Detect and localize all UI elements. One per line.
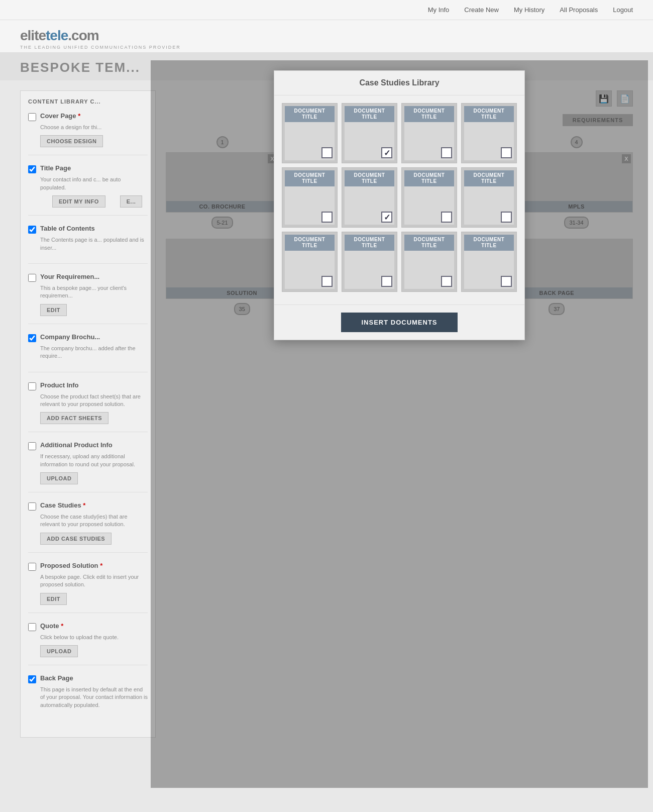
modal-doc-6-checkbox[interactable] [381, 212, 392, 223]
sidebar-item-title-page: Title Page Your contact info and c... be… [28, 164, 148, 216]
modal-doc-4-checkbox[interactable] [501, 147, 512, 158]
sidebar: CONTENT LIBRARY C... Cover Page * Choose… [20, 90, 156, 738]
requirements-edit-button[interactable]: EDIT [40, 304, 67, 316]
requirements-title: Your Requiremen... [40, 273, 99, 280]
modal-doc-2: DOCUMENT TITLE [342, 103, 397, 163]
quote-upload-button[interactable]: UPLOAD [40, 645, 78, 657]
quote-desc: Click below to upload the quote. [40, 634, 148, 641]
logo-elite: elite [20, 28, 46, 43]
sidebar-item-back-page: Back Page This page is inserted by defau… [28, 674, 148, 721]
nav-my-history[interactable]: My History [514, 6, 545, 14]
modal-doc-9: DOCUMENT TITLE [282, 232, 338, 292]
modal-doc-11-title: DOCUMENT TITLE [404, 235, 454, 251]
modal-doc-3-title: DOCUMENT TITLE [404, 106, 454, 122]
insert-documents-button[interactable]: INSERT DOCUMENTS [341, 313, 457, 332]
additional-product-title: Additional Product Info [40, 441, 113, 449]
modal-doc-3: DOCUMENT TITLE [401, 103, 457, 163]
cover-page-checkbox[interactable] [28, 113, 36, 121]
modal-doc-2-body [345, 122, 394, 160]
brochure-checkbox[interactable] [28, 334, 36, 342]
modal-doc-4-body [464, 122, 514, 160]
sidebar-item-header: Your Requiremen... [28, 273, 148, 282]
modal-doc-12-title: DOCUMENT TITLE [464, 235, 514, 251]
content-area: 💾 📄 REQUIREMENTS 1 2 3 4 X CO. BROCHURE … [166, 90, 633, 738]
toc-checkbox[interactable] [28, 226, 36, 234]
modal-doc-5-checkbox[interactable] [321, 212, 333, 223]
modal-doc-5: DOCUMENT TITLE [282, 167, 338, 228]
modal-doc-12: DOCUMENT TITLE [461, 232, 517, 292]
toc-desc: The Contents page is a... populated and … [40, 236, 148, 252]
sidebar-item-quote: Quote * Click below to upload the quote.… [28, 622, 148, 665]
cover-page-desc: Choose a design for thi... [40, 124, 148, 131]
modal-doc-6-title: DOCUMENT TITLE [345, 170, 394, 186]
additional-upload-button[interactable]: UPLOAD [40, 472, 78, 484]
sidebar-item-proposed-solution: Proposed Solution * A bespoke page. Clic… [28, 562, 148, 613]
modal-doc-8-title: DOCUMENT TITLE [464, 170, 514, 186]
add-fact-sheets-button[interactable]: ADD FACT SHEETS [40, 412, 108, 424]
logo: elitetele.com [20, 28, 633, 44]
sidebar-item-brochure: Company Brochu... The company brochu... … [28, 333, 148, 372]
modal-doc-9-checkbox[interactable] [321, 276, 333, 287]
title-page-title: Title Page [40, 164, 71, 172]
sidebar-item-header: Case Studies * [28, 501, 148, 511]
case-studies-desc: Choose the case study(ies) that are rele… [40, 513, 148, 529]
proposed-solution-checkbox[interactable] [28, 563, 36, 571]
back-page-desc: This page is inserted by default at the … [40, 686, 148, 709]
title-page-desc: Your contact info and c... be auto popul… [40, 176, 148, 191]
modal-doc-11: DOCUMENT TITLE [401, 232, 457, 292]
logo-tagline: THE LEADING UNIFIED COMMUNICATIONS PROVI… [20, 45, 633, 50]
modal-doc-1-title: DOCUMENT TITLE [285, 106, 335, 122]
modal-doc-9-body [285, 251, 335, 289]
modal-doc-3-checkbox[interactable] [441, 147, 452, 158]
modal-doc-9-title: DOCUMENT TITLE [285, 235, 335, 251]
add-case-studies-button[interactable]: ADD CASE STUDIES [40, 533, 112, 545]
title-page-checkbox[interactable] [28, 165, 36, 173]
modal-doc-11-checkbox[interactable] [441, 276, 452, 287]
modal-doc-10-title: DOCUMENT TITLE [345, 235, 394, 251]
choose-design-button[interactable]: CHOOSE DESIGN [40, 135, 103, 147]
logo-bar: elitetele.com THE LEADING UNIFIED COMMUN… [0, 20, 653, 52]
modal-doc-10-checkbox[interactable] [381, 276, 392, 287]
modal-doc-7-checkbox[interactable] [441, 212, 452, 223]
modal-doc-6-body [345, 186, 394, 225]
sidebar-item-header: Back Page [28, 674, 148, 683]
modal-footer: INSERT DOCUMENTS [274, 304, 524, 340]
modal-doc-2-checkbox[interactable] [381, 147, 392, 158]
additional-product-checkbox[interactable] [28, 442, 36, 450]
nav-all-proposals[interactable]: All Proposals [560, 6, 598, 14]
nav-my-info[interactable]: My Info [428, 6, 450, 14]
sidebar-item-header: Company Brochu... [28, 333, 148, 342]
modal-doc-7-title: DOCUMENT TITLE [404, 170, 454, 186]
product-info-checkbox[interactable] [28, 382, 36, 390]
modal-doc-8-checkbox[interactable] [501, 212, 512, 223]
sidebar-item-requirements: Your Requiremen... This a bespoke page..… [28, 273, 148, 324]
modal-doc-12-checkbox[interactable] [501, 276, 512, 287]
back-page-checkbox[interactable] [28, 675, 36, 683]
case-studies-checkbox[interactable] [28, 502, 36, 511]
sidebar-item-product-info: Product Info Choose the product fact she… [28, 381, 148, 433]
sidebar-item-toc: Table of Contents The Contents page is a… [28, 225, 148, 264]
modal-doc-4: DOCUMENT TITLE [461, 103, 517, 163]
modal-doc-12-body [464, 251, 514, 289]
proposed-solution-edit-button[interactable]: EDIT [40, 593, 67, 605]
product-info-desc: Choose the product fact sheet(s) that ar… [40, 393, 148, 409]
title-page-extra-button[interactable]: E... [120, 195, 143, 208]
modal-doc-1: DOCUMENT TITLE [282, 103, 338, 163]
modal-doc-7: DOCUMENT TITLE [401, 167, 457, 228]
quote-title: Quote * [40, 622, 63, 630]
modal-doc-8: DOCUMENT TITLE [461, 167, 517, 228]
quote-checkbox[interactable] [28, 623, 36, 631]
brochure-desc: The company brochu... added after the re… [40, 345, 148, 360]
back-page-title: Back Page [40, 674, 73, 682]
nav-logout[interactable]: Logout [613, 6, 633, 14]
proposed-solution-title: Proposed Solution * [40, 562, 102, 569]
modal-doc-4-title: DOCUMENT TITLE [464, 106, 514, 122]
sidebar-item-case-studies: Case Studies * Choose the case study(ies… [28, 501, 148, 553]
sidebar-item-header: Proposed Solution * [28, 562, 148, 571]
modal-doc-1-checkbox[interactable] [321, 147, 333, 158]
sidebar-item-header: Product Info [28, 381, 148, 390]
edit-my-info-button[interactable]: EDIT MY INFO [52, 195, 105, 208]
requirements-checkbox[interactable] [28, 274, 36, 282]
nav-create-new[interactable]: Create New [464, 6, 499, 14]
modal-overlay[interactable]: Case Studies Library DOCUMENT TITLE DOCU… [151, 60, 648, 788]
